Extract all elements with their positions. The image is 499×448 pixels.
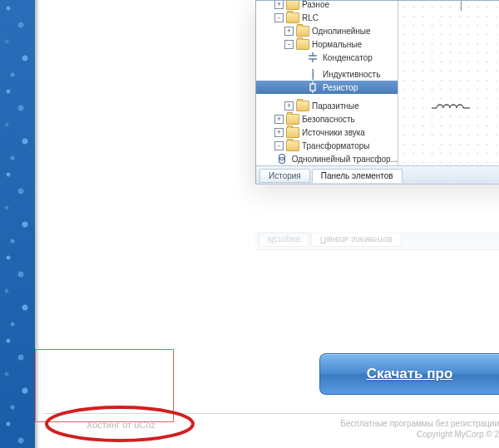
tree-item-0[interactable]: +Разное <box>256 1 398 11</box>
expand-icon[interactable]: + <box>284 101 294 111</box>
collapse-icon[interactable]: - <box>284 40 294 49</box>
left-shadow <box>35 0 40 448</box>
tab-elements-panel[interactable]: Панель элементов <box>312 169 403 183</box>
cap-symbol-icon <box>306 52 319 63</box>
folder-icon <box>286 1 299 10</box>
folder-icon <box>286 127 299 138</box>
window-reflection: История Панель элементов <box>255 184 499 250</box>
expand-icon[interactable]: + <box>274 1 284 9</box>
tree-item-11[interactable]: Однолинейный трансфор... <box>256 152 398 165</box>
folder-icon <box>286 12 299 23</box>
tree-item-2[interactable]: +Однолинейные <box>256 24 398 37</box>
tree-item-9[interactable]: +Источники звука <box>256 126 398 139</box>
collapse-icon[interactable]: - <box>274 141 284 150</box>
app-window: +Разное-RLC+Однолинейные-НормальныеКонде… <box>255 0 499 185</box>
page-content: +Разное-RLC+Однолинейные-НормальныеКонде… <box>35 0 499 448</box>
folder-icon <box>296 101 309 111</box>
tree-item-10[interactable]: -Трансформаторы <box>256 139 398 152</box>
download-button[interactable]: Скачать про <box>319 353 499 395</box>
collapse-icon[interactable]: - <box>274 13 284 22</box>
tree-item-label: RLC <box>302 13 319 22</box>
canvas-panel[interactable] <box>398 1 499 165</box>
tree-item-label: Однолинейные <box>312 27 371 36</box>
footer-copyright: Бесплатные программы без регистрации Cop… <box>340 418 499 440</box>
folder-icon <box>286 140 299 151</box>
tree-item-3[interactable]: -Нормальные <box>256 37 398 51</box>
ruler-mark <box>461 1 462 11</box>
folder-icon <box>296 39 309 50</box>
svg-rect-7 <box>310 84 315 91</box>
footer-hosting-text: Хостинг от uCoz <box>86 420 156 430</box>
tree-item-label: Паразитные <box>312 101 359 111</box>
folder-icon <box>296 26 309 37</box>
footer-divider <box>43 413 499 414</box>
expand-icon[interactable]: + <box>274 115 284 124</box>
tree-item-label: Конденсатор <box>323 53 373 62</box>
tree-item-label: Безопасность <box>302 115 355 124</box>
toggle-placeholder <box>294 84 304 91</box>
tree-item-5[interactable]: Индуктивность <box>256 67 398 81</box>
tree-panel[interactable]: +Разное-RLC+Однолинейные-НормальныеКонде… <box>256 1 398 165</box>
toggle-placeholder <box>294 54 304 62</box>
tree-item-label: Нормальные <box>312 40 362 49</box>
bottom-tabs: История Панель элементов <box>256 165 499 184</box>
tree-item-6[interactable]: Резистор <box>256 81 398 94</box>
annotation-red-box <box>35 349 174 422</box>
res-symbol-icon <box>306 81 319 93</box>
tree-item-label: Разное <box>302 1 329 9</box>
toggle-placeholder <box>294 71 304 78</box>
expand-icon[interactable]: + <box>274 128 284 137</box>
expand-icon[interactable]: + <box>284 27 294 36</box>
tree-item-label: Однолинейный трансфор... <box>292 155 398 164</box>
tree-item-1[interactable]: -RLC <box>256 11 398 24</box>
tree-item-label: Трансформаторы <box>302 141 370 150</box>
dot-grid <box>398 1 499 165</box>
tree-item-7[interactable]: +Паразитные <box>256 99 398 112</box>
tree-item-label: Резистор <box>323 83 358 92</box>
ind-symbol-icon <box>306 68 319 80</box>
folder-icon <box>286 114 299 125</box>
trans-symbol-icon <box>275 153 289 165</box>
tree-item-4[interactable]: Конденсатор <box>256 51 398 64</box>
tree-item-8[interactable]: +Безопасность <box>256 112 398 126</box>
water-background <box>0 0 35 448</box>
tree-item-label: Индуктивность <box>323 70 380 79</box>
canvas-inductor-symbol[interactable] <box>432 101 473 117</box>
tree-item-label: Источники звука <box>302 128 365 137</box>
toggle-placeholder <box>264 155 273 163</box>
tab-history[interactable]: История <box>259 169 310 183</box>
